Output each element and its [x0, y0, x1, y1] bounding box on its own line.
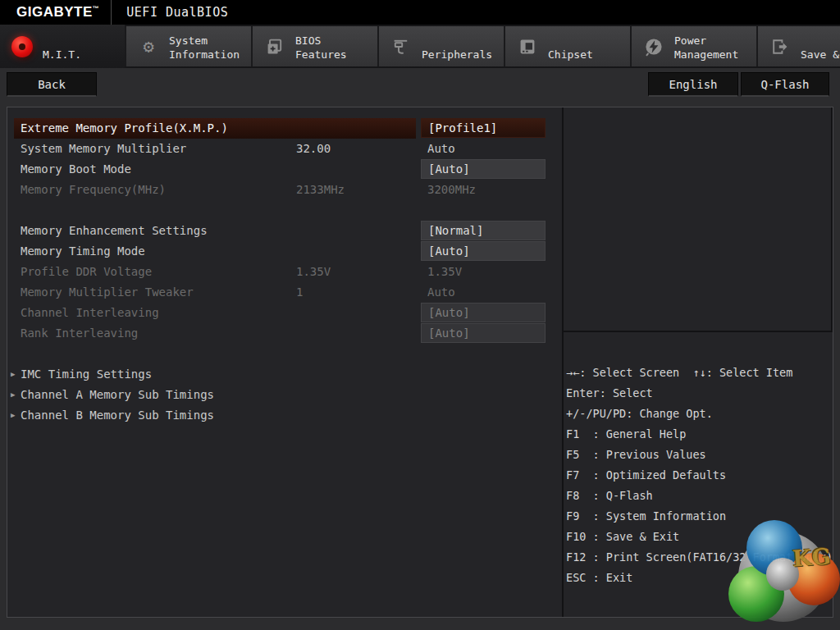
peripherals-plug-icon [389, 34, 413, 59]
save-exit-door-icon [768, 34, 792, 59]
setting-row-memory-enhancement[interactable]: Memory Enhancement Settings [Normal] [7, 221, 555, 241]
setting-row-xmp[interactable]: Extreme Memory Profile(X.M.P.) [Profile1… [7, 118, 555, 139]
setting-label: Profile DDR Voltage [21, 262, 152, 282]
help-line-f1: F1 : General Help [566, 424, 833, 445]
qflash-button[interactable]: Q-Flash [741, 72, 829, 97]
setting-label: System Memory Multiplier [21, 139, 186, 159]
setting-row-channel-interleaving: Channel Interleaving [Auto] [7, 303, 555, 323]
submenu-arrow-icon: ▶ [11, 385, 15, 405]
tab-system-information[interactable]: ⚙ System Information [125, 26, 251, 66]
submenu-label: Channel A Memory Sub Timings [21, 385, 214, 405]
setting-row-profile-ddr-voltage: Profile DDR Voltage 1.35V 1.35V [7, 262, 555, 282]
setting-value-box[interactable]: [Auto] [421, 241, 546, 261]
tab-bios-features[interactable]: BIOS Features [251, 26, 377, 66]
setting-row-memory-multiplier-tweaker: Memory Multiplier Tweaker 1 Auto [7, 282, 555, 303]
help-line-change-opt: +/-/PU/PD: Change Opt. [566, 404, 833, 424]
submenu-label: IMC Timing Settings [21, 364, 152, 385]
setting-row-system-memory-multiplier[interactable]: System Memory Multiplier 32.00 Auto [7, 139, 555, 159]
tab-bios-features-label: BIOS Features [295, 32, 377, 62]
setting-value-box[interactable]: [Auto] [421, 159, 546, 179]
setting-row-rank-interleaving: Rank Interleaving [Auto] [7, 323, 555, 344]
tab-peripherals[interactable]: Peripherals [377, 26, 504, 66]
submenu-label: Channel B Memory Sub Timings [21, 405, 214, 426]
help-line-f8: F8 : Q-Flash [566, 486, 833, 506]
tab-mit[interactable]: M.I.T. [0, 25, 125, 68]
qflash-button-label: Q-Flash [760, 78, 809, 91]
setting-value: 3200MHz [427, 180, 476, 200]
back-button-label: Back [38, 78, 66, 91]
settings-panel: Extreme Memory Profile(X.M.P.) [Profile1… [7, 107, 833, 618]
tab-chipset[interactable]: Chipset [504, 26, 630, 66]
title-bar: GIGABYTE™ UEFI DualBIOS [0, 0, 840, 25]
language-button[interactable]: English [648, 72, 738, 97]
setting-current-value: 1.35V [296, 262, 331, 282]
setting-row-memory-boot-mode[interactable]: Memory Boot Mode [Auto] [7, 159, 555, 180]
tab-peripherals-label: Peripherals [422, 32, 504, 62]
firmware-title: UEFI DualBIOS [126, 5, 228, 20]
setting-label: Memory Enhancement Settings [21, 221, 208, 241]
setting-value: Auto [427, 139, 455, 159]
tab-system-information-label: System Information [169, 32, 251, 62]
help-line-f5: F5 : Previous Values [566, 445, 833, 465]
setting-value-box: [Auto] [421, 323, 546, 343]
setting-current-value: 1 [296, 282, 303, 303]
tab-chipset-label: Chipset [548, 32, 630, 62]
tab-power-management-label: Power Management [674, 32, 756, 62]
setting-row-memory-timing-mode[interactable]: Memory Timing Mode [Auto] [7, 241, 555, 262]
setting-value: Auto [427, 282, 455, 303]
tab-mit-label: M.I.T. [43, 32, 125, 62]
help-line-f7: F7 : Optimized Defaults [566, 465, 833, 486]
bios-features-icon [262, 34, 287, 59]
submenu-arrow-icon: ▶ [11, 364, 15, 385]
tab-save-exit-label: Save & Exit [801, 32, 840, 62]
setting-value-box[interactable]: [Normal] [421, 221, 546, 240]
help-line-enter: Enter: Select [566, 383, 833, 404]
setting-label: Memory Timing Mode [21, 241, 145, 262]
help-line-navigation: →←: Select Screen ↑↓: Select Item [566, 363, 833, 383]
setting-current-value: 32.00 [296, 139, 331, 159]
watermark-kg-text: KG [792, 543, 832, 571]
main-tab-bar: M.I.T. ⚙ System Information BIOS Feature… [0, 25, 840, 68]
gigabyte-logo: GIGABYTE™ [16, 4, 99, 21]
setting-label: Memory Multiplier Tweaker [21, 282, 194, 303]
setting-value-box[interactable]: [Profile1] [421, 118, 546, 138]
setting-label: Extreme Memory Profile(X.M.P.) [21, 118, 228, 139]
submenu-arrow-icon: ▶ [11, 405, 15, 426]
submenu-channel-a-sub-timings[interactable]: ▶ Channel A Memory Sub Timings [7, 385, 555, 405]
submenu-imc-timing-settings[interactable]: ▶ IMC Timing Settings [7, 364, 555, 385]
setting-label: Memory Boot Mode [21, 159, 131, 180]
setting-current-value: 2133MHz [296, 180, 345, 200]
titlebar-divider [111, 0, 112, 25]
trademark-symbol: ™ [93, 5, 100, 12]
tab-power-management[interactable]: Power Management [630, 26, 756, 66]
setting-label: Rank Interleaving [21, 323, 138, 344]
setting-value-box: [Auto] [421, 303, 546, 322]
gear-icon: ⚙ [136, 34, 161, 59]
kitguru-watermark-logo: KG [728, 520, 840, 630]
setting-label: Memory Frequency(MHz) [21, 180, 166, 200]
submenu-channel-b-sub-timings[interactable]: ▶ Channel B Memory Sub Timings [7, 405, 555, 426]
mit-red-dot-icon [10, 34, 34, 59]
tab-save-exit[interactable]: Save & Exit [756, 26, 840, 66]
setting-row-memory-frequency: Memory Frequency(MHz) 2133MHz 3200MHz [7, 180, 555, 200]
back-button[interactable]: Back [7, 72, 97, 97]
language-button-label: English [669, 78, 717, 91]
setting-value: 1.35V [427, 262, 462, 282]
item-help-box [562, 107, 833, 332]
setting-label: Channel Interleaving [21, 303, 159, 323]
chipset-chip-icon [515, 34, 540, 59]
power-lightning-icon [641, 34, 666, 59]
